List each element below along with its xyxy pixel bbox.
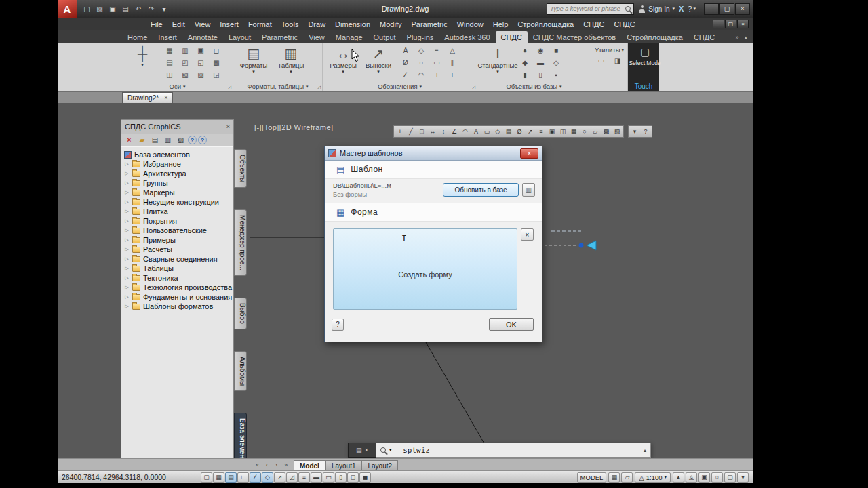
command-input[interactable]: ▾ - sptwiz ▴: [376, 443, 651, 458]
status-icon[interactable]: ▾: [737, 472, 749, 483]
qat-button[interactable]: ▾: [158, 3, 170, 15]
tree-item[interactable]: ▷ Расчеты: [123, 245, 232, 254]
ribbon-small-button[interactable]: ◰: [178, 57, 193, 68]
qat-button[interactable]: ▨: [94, 3, 106, 15]
ribbon-small-button[interactable]: ●: [517, 45, 532, 56]
ribbon-small-button[interactable]: ≡: [429, 45, 444, 56]
status-icon[interactable]: ○: [711, 472, 723, 483]
tree-item[interactable]: ▷ Пользовательские: [123, 226, 232, 235]
ribbon-small-button[interactable]: ◆: [517, 57, 532, 68]
palette-tab[interactable]: Объекты: [234, 149, 247, 188]
toolbar-button[interactable]: □: [416, 127, 427, 137]
tree-item[interactable]: ▷ Покрытия: [123, 216, 232, 226]
ribbon-small-button[interactable]: ▮: [517, 69, 532, 81]
ribbon-small-button[interactable]: ▭: [429, 57, 444, 68]
ribbon-small-button[interactable]: ◨: [610, 55, 625, 66]
status-toggle-icon[interactable]: ▤: [225, 472, 237, 483]
toolbar-button[interactable]: ↔: [427, 127, 438, 137]
tree-item[interactable]: ▷ Группы: [123, 178, 232, 188]
panel-launcher-icon[interactable]: ◿: [472, 85, 475, 90]
ribbon-big-button[interactable]: ▦ Таблицы ▾: [273, 45, 309, 75]
ribbon-small-button[interactable]: ▨: [193, 69, 208, 81]
space-toggle-icon[interactable]: ▱: [621, 472, 633, 483]
ribbon-small-button[interactable]: ▣: [193, 45, 208, 56]
palette-toolbar-icon[interactable]: ?: [188, 136, 197, 144]
tree-root[interactable]: База элементов: [123, 150, 232, 159]
mdi-window-button[interactable]: ▢: [725, 20, 736, 28]
toolbar-button[interactable]: ▭: [481, 127, 492, 137]
status-toggle-icon[interactable]: ◇: [262, 472, 273, 483]
status-icon[interactable]: ▲: [673, 472, 684, 483]
ribbon-small-button[interactable]: ◱: [193, 57, 208, 68]
tree-item[interactable]: ▷ Несущие конструкции: [123, 197, 232, 207]
direction-arrow-icon[interactable]: [587, 241, 596, 250]
layout-nav-button[interactable]: «: [253, 460, 262, 470]
expand-icon[interactable]: ▷: [124, 237, 130, 243]
status-toggle-icon[interactable]: ◿: [286, 472, 298, 483]
help-search[interactable]: [547, 3, 634, 15]
tree-item[interactable]: ▷ Тектоника: [123, 273, 232, 283]
ribbon-tab[interactable]: Home: [122, 31, 153, 43]
ribbon-tab[interactable]: Autodesk 360: [439, 31, 495, 43]
toolbar-button[interactable]: +: [395, 127, 406, 137]
ribbon-tab[interactable]: СПДС: [496, 31, 528, 43]
palette-tab[interactable]: Альбомы: [234, 351, 247, 391]
layout-tab[interactable]: Layout2: [361, 460, 398, 470]
ribbon-big-button[interactable]: Ι Стандартные ▾: [480, 45, 515, 75]
toolbar-button[interactable]: Ø: [514, 127, 525, 137]
ok-button[interactable]: OK: [489, 318, 534, 331]
ribbon-small-button[interactable]: ◉: [533, 45, 548, 56]
expand-icon[interactable]: ▷: [124, 161, 130, 167]
status-icon[interactable]: ▣: [698, 472, 710, 483]
panel-label-formats[interactable]: Форматы, таблицы▾ ◿: [233, 81, 322, 92]
tree-item[interactable]: ▷ Технология производства: [123, 283, 232, 292]
model-space-button[interactable]: MODEL: [577, 472, 607, 483]
toolbar-button[interactable]: ≡: [536, 127, 547, 137]
toolbar-button[interactable]: ○: [579, 127, 590, 137]
qat-button[interactable]: ▢: [81, 3, 93, 15]
toolbar-button[interactable]: A: [471, 127, 481, 137]
tree-item[interactable]: ▷ Избранное: [123, 159, 232, 169]
ribbon-small-button[interactable]: △: [445, 45, 460, 56]
ribbon-small-button[interactable]: ▪: [549, 69, 564, 81]
palette-toolbar-icon[interactable]: ▥: [162, 135, 174, 146]
expand-icon[interactable]: ▷: [124, 247, 130, 252]
space-toggle-icon[interactable]: ▦: [608, 472, 620, 483]
app-menu-button[interactable]: A: [58, 0, 77, 18]
layout-nav-button[interactable]: »: [281, 460, 290, 470]
ribbon-big-button[interactable]: ▤ Форматы ▾: [236, 45, 271, 75]
status-toggle-icon[interactable]: ◼: [359, 472, 371, 483]
tree-item[interactable]: ▷ Шаблоны форматов: [123, 302, 232, 311]
menu-item[interactable]: Стройплощадка: [513, 20, 578, 28]
status-toggle-icon[interactable]: ▯: [335, 472, 347, 483]
status-icon[interactable]: ▢: [724, 472, 736, 483]
ribbon-small-button[interactable]: ▦: [162, 45, 177, 56]
ribbon-tab[interactable]: Annotate: [182, 31, 223, 43]
menu-item[interactable]: Format: [243, 20, 277, 28]
status-toggle-icon[interactable]: ▢: [201, 472, 212, 483]
toolbar-button[interactable]: ◠: [460, 127, 471, 137]
menu-item[interactable]: File: [146, 20, 167, 28]
ribbon-small-button[interactable]: ▥: [178, 45, 193, 56]
status-toggle-icon[interactable]: ∟: [237, 472, 249, 483]
palette-toolbar-icon[interactable]: ×: [123, 135, 135, 146]
layout-nav-button[interactable]: ›: [272, 460, 281, 470]
expand-icon[interactable]: ▷: [124, 228, 130, 233]
dialog-help-button[interactable]: ?: [332, 319, 344, 331]
dialog-title-bar[interactable]: Мастер шаблонов ×: [325, 146, 542, 161]
tree-item[interactable]: ▷ Сварные соединения: [123, 254, 232, 264]
remove-form-button[interactable]: ×: [521, 228, 534, 241]
toolbar-button[interactable]: ▾: [629, 127, 640, 137]
status-toggle-icon[interactable]: ▦: [213, 472, 224, 483]
ribbon-small-button[interactable]: ◇: [549, 57, 564, 68]
status-toggle-icon[interactable]: ↗: [274, 472, 285, 483]
panel-label-axes[interactable]: Оси▾ ◿: [122, 81, 233, 92]
command-expand-icon[interactable]: ▴: [644, 447, 646, 453]
tree-item[interactable]: ▷ Таблицы: [123, 264, 232, 273]
close-icon[interactable]: ×: [164, 94, 167, 101]
ribbon-small-button[interactable]: ∠: [398, 69, 413, 81]
window-button[interactable]: ▢: [719, 3, 734, 15]
palette-toolbar-icon[interactable]: ▰: [136, 135, 148, 146]
toolbar-button[interactable]: ╱: [406, 127, 416, 137]
panel-launcher-icon[interactable]: ◿: [317, 85, 321, 90]
